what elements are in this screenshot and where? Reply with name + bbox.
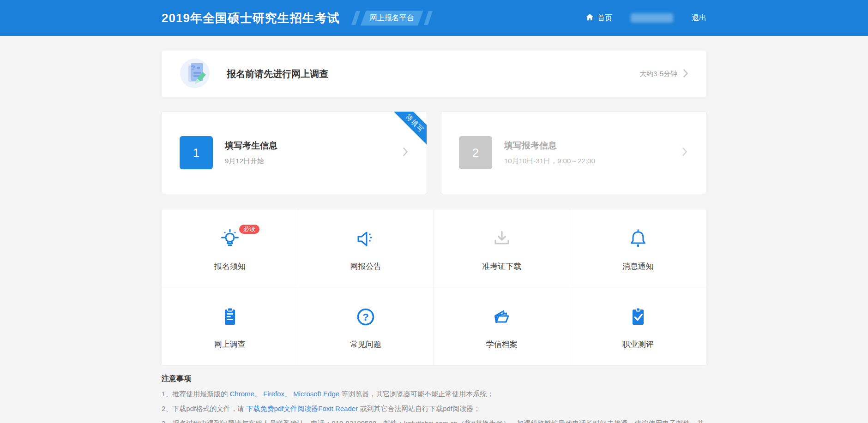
- survey-banner[interactable]: ? 报名前请先进行网上调查 大约3-5分钟: [162, 51, 706, 97]
- firefox-link[interactable]: Firefox、: [263, 390, 291, 398]
- clipboard-icon: [219, 306, 241, 330]
- step2-subtitle: 10月10日-31日，9:00～22:00: [504, 157, 595, 166]
- step-card-fill-application-info[interactable]: 2 填写报考信息 10月10日-31日，9:00～22:00: [441, 111, 706, 194]
- main-content: ? 报名前请先进行网上调查 大约3-5分钟 1 填写考生信息 9月12日开始: [162, 51, 706, 423]
- grid-item-label: 消息通知: [622, 261, 654, 272]
- question-circle-icon: ?: [355, 306, 377, 330]
- chevron-right-icon: [683, 69, 688, 79]
- survey-document-pencil-icon: ?: [180, 58, 210, 90]
- page-title: 2019年全国硕士研究生招生考试: [162, 10, 340, 26]
- home-icon: [585, 13, 594, 23]
- notes-heading: 注意事项: [162, 374, 706, 384]
- grid-item-announcements[interactable]: 网报公告: [298, 209, 434, 287]
- note-text: 或到其它合法网站自行下载pdf阅读器；: [358, 405, 480, 412]
- logout-link[interactable]: 退出: [692, 13, 706, 23]
- step-number-1: 1: [180, 136, 213, 169]
- grid-item-label: 职业测评: [622, 339, 654, 350]
- grid-item-label: 学信档案: [486, 339, 518, 350]
- step-number-2: 2: [459, 136, 492, 169]
- note-text: 3、报名过程中遇到问题请与客服人员联系确认，电话：010-82199588，邮件…: [162, 419, 704, 423]
- grid-item-label: 报名须知: [214, 261, 246, 272]
- note-line-3: 3、报名过程中遇到问题请与客服人员联系确认，电话：010-82199588，邮件…: [162, 419, 706, 423]
- download-icon: [491, 228, 513, 252]
- archive-fan-icon: [491, 306, 513, 330]
- step-card-fill-candidate-info[interactable]: 1 填写考生信息 9月12日开始 待填写: [162, 111, 427, 194]
- grid-item-notice[interactable]: 必读 报名须知: [162, 209, 298, 287]
- header-nav: 首页 退出: [585, 13, 706, 23]
- function-grid: 必读 报名须知 网报公告 准考证下载: [162, 209, 706, 366]
- grid-item-label: 常见问题: [350, 339, 381, 350]
- clipboard-check-icon: [627, 306, 649, 330]
- svg-text:?: ?: [363, 311, 369, 323]
- home-link[interactable]: 首页: [585, 13, 612, 23]
- survey-duration: 大约3-5分钟: [639, 70, 677, 78]
- username-redacted: [631, 13, 673, 23]
- step1-subtitle: 9月12日开始: [225, 157, 277, 166]
- steps-section: 1 填写考生信息 9月12日开始 待填写 2 填写报考信息 10月10日-31日…: [162, 111, 706, 194]
- platform-badge: 网上报名平台: [354, 11, 430, 26]
- note-text: 等浏览器，其它浏览器可能不能正常使用本系统；: [339, 390, 494, 398]
- pdf-reader-link[interactable]: 下载免费pdf文件阅读器Foxit Reader: [246, 405, 358, 412]
- lightbulb-icon: [219, 228, 241, 252]
- bell-icon: [627, 228, 649, 252]
- grid-item-label: 准考证下载: [482, 261, 521, 272]
- step2-title: 填写报考信息: [504, 140, 595, 152]
- step1-title: 填写考生信息: [225, 140, 277, 152]
- grid-item-admission-ticket-download[interactable]: 准考证下载: [434, 209, 570, 287]
- note-text: 1、推荐使用最新版的: [162, 390, 230, 398]
- svg-text:?: ?: [191, 64, 195, 71]
- chrome-link[interactable]: Chrome、: [230, 390, 261, 398]
- platform-badge-label: 网上报名平台: [361, 11, 423, 26]
- home-link-label: 首页: [597, 13, 612, 23]
- required-badge: 必读: [239, 225, 259, 234]
- grid-item-notifications[interactable]: 消息通知: [570, 209, 706, 287]
- badge-stripe-left: [351, 11, 360, 25]
- edge-link[interactable]: Microsoft Edge: [293, 390, 339, 398]
- note-text: 2、下载pdf格式的文件，请: [162, 405, 246, 412]
- notes-section: 注意事项 1、推荐使用最新版的 Chrome、 Firefox、 Microso…: [162, 374, 706, 423]
- grid-item-career-assessment[interactable]: 职业测评: [570, 287, 706, 365]
- chevron-right-icon: [682, 147, 687, 159]
- note-line-2: 2、下载pdf格式的文件，请 下载免费pdf文件阅读器Foxit Reader …: [162, 405, 706, 413]
- note-line-1: 1、推荐使用最新版的 Chrome、 Firefox、 Microsoft Ed…: [162, 390, 706, 399]
- grid-item-chsi-archive[interactable]: 学信档案: [434, 287, 570, 365]
- megaphone-icon: [355, 228, 377, 252]
- grid-item-label: 网报公告: [350, 261, 381, 272]
- chevron-right-icon: [403, 147, 408, 159]
- app-header: 2019年全国硕士研究生招生考试 网上报名平台 首页 退出: [0, 0, 868, 36]
- badge-stripe-right: [424, 11, 433, 25]
- survey-banner-title: 报名前请先进行网上调查: [227, 68, 328, 80]
- grid-item-online-survey[interactable]: 网上调查: [162, 287, 298, 365]
- grid-item-label: 网上调查: [214, 339, 246, 350]
- status-ribbon-pending: 待填写: [389, 111, 427, 149]
- grid-item-faq[interactable]: ? 常见问题: [298, 287, 434, 365]
